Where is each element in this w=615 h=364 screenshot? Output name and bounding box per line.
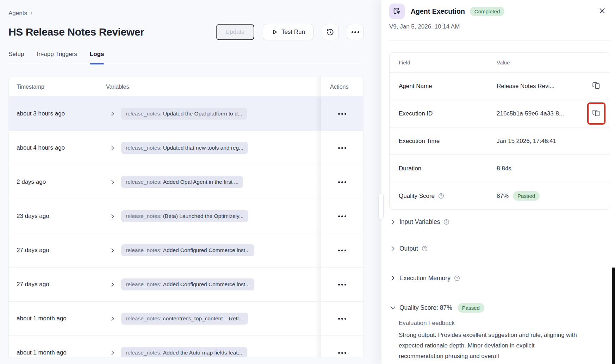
collapsible-section[interactable]: Output	[389, 241, 610, 256]
variable-key: release_notes:	[126, 179, 162, 185]
agent-execution-panel: Agent Execution Completed V9, Jan 5, 202…	[381, 0, 615, 364]
help-icon[interactable]	[443, 219, 450, 225]
row-timestamp: 23 days ago	[9, 213, 106, 220]
history-button[interactable]	[322, 24, 338, 40]
variable-pill: release_notes:(Beta) Launched the Optimi…	[121, 210, 248, 222]
copy-button[interactable]	[592, 108, 601, 119]
test-run-button[interactable]: Test Run	[263, 24, 313, 40]
page-title: HS Release Notes Reviewer	[8, 26, 144, 38]
tab-bar: Setup In-app Triggers Logs	[8, 51, 364, 64]
copy-button[interactable]	[592, 81, 601, 91]
agent-execution-icon	[389, 4, 405, 19]
quality-score-section[interactable]: Quality Score: 87% Passed	[389, 301, 610, 315]
evaluation-feedback-body: Strong output. Provides excellent sugges…	[399, 330, 580, 362]
help-icon[interactable]	[438, 193, 445, 199]
row-actions-button[interactable]	[338, 284, 346, 285]
panel-resize-handle[interactable]	[378, 193, 384, 219]
details-row: Duration 8.84s	[390, 155, 610, 182]
row-timestamp: 27 days ago	[9, 247, 106, 254]
version-timestamp: V9, Jan 5, 2026, 10:14 AM	[389, 23, 610, 30]
chevron-right-icon	[389, 245, 396, 252]
variable-value: contentrecs_top_content – Retr...	[163, 315, 243, 321]
chevron-right-icon[interactable]	[110, 282, 116, 288]
variable-value: Updated the Opal platform to d...	[163, 111, 242, 117]
chevron-right-icon	[389, 218, 396, 225]
chevron-right-icon[interactable]	[110, 145, 116, 151]
variable-key: release_notes:	[126, 111, 162, 117]
more-button[interactable]	[347, 24, 364, 40]
chevron-right-icon[interactable]	[110, 179, 116, 185]
copy-icon	[592, 108, 601, 119]
chevron-right-icon[interactable]	[110, 213, 116, 219]
row-actions-button[interactable]	[338, 318, 346, 320]
close-button[interactable]	[597, 6, 607, 17]
annotation-highlight	[587, 75, 605, 97]
variable-pill: release_notes:Added Configured Commerce …	[121, 278, 254, 290]
row-actions-button[interactable]	[338, 250, 346, 251]
table-row[interactable]: about 4 hours ago release_notes:Updated …	[9, 131, 363, 165]
column-header-actions: Actions	[321, 77, 363, 96]
update-button[interactable]: Update	[216, 24, 254, 40]
table-row[interactable]: about 3 hours ago release_notes:Updated …	[9, 97, 363, 131]
chevron-right-icon[interactable]	[110, 316, 116, 322]
table-row[interactable]: 27 days ago release_notes:Added Configur…	[9, 233, 363, 268]
variable-key: release_notes:	[126, 247, 162, 253]
section-label: Execution Memory	[399, 275, 451, 282]
toolbar: Update Test Run	[216, 24, 364, 40]
chevron-right-icon[interactable]	[110, 111, 116, 117]
row-timestamp: 27 days ago	[9, 281, 106, 288]
tab-logs[interactable]: Logs	[90, 51, 104, 64]
row-timestamp: about 1 month ago	[9, 315, 106, 322]
copy-icon	[592, 81, 601, 91]
variable-value: Added Configured Commerce inst...	[163, 281, 250, 287]
help-icon[interactable]	[454, 275, 460, 282]
annotation-highlight	[587, 102, 605, 125]
variable-value: Updated that new tools and reg...	[163, 145, 243, 151]
details-column-value: Value	[497, 59, 585, 65]
quality-passed-badge: Passed	[513, 191, 540, 201]
help-icon[interactable]	[421, 245, 428, 252]
play-icon	[271, 29, 278, 36]
field-value: 216c5b1a-59e6-4a33-8...	[497, 110, 564, 117]
row-actions-button[interactable]	[338, 113, 346, 115]
field-label: Quality Score	[399, 193, 435, 200]
details-row: Quality Score 87% Passed	[390, 182, 610, 209]
panel-title: Agent Execution	[411, 7, 465, 15]
variable-key: release_notes:	[126, 213, 162, 219]
scrollbar-thumb[interactable]	[612, 268, 615, 364]
field-label: Execution ID	[399, 110, 433, 117]
breadcrumb-agents-link[interactable]: Agents	[8, 10, 27, 17]
field-label: Agent Name	[399, 83, 432, 90]
collapsible-section[interactable]: Input Variables	[389, 215, 610, 229]
divider	[389, 40, 610, 40]
main-content: Agents / HS Release Notes Reviewer Updat…	[0, 0, 381, 364]
row-actions-button[interactable]	[338, 215, 346, 217]
variable-value: Added Opal Agent in the first ...	[163, 179, 239, 185]
variable-pill: release_notes:Added Opal Agent in the fi…	[121, 176, 243, 188]
history-icon	[326, 28, 334, 36]
table-row[interactable]: 27 days ago release_notes:Added Configur…	[9, 268, 363, 302]
breadcrumb-separator: /	[31, 10, 32, 17]
field-label: Execution Time	[399, 138, 440, 145]
table-row[interactable]: about 1 month ago release_notes:Added th…	[9, 336, 363, 357]
table-row[interactable]: 23 days ago release_notes:(Beta) Launche…	[9, 199, 363, 233]
tab-setup[interactable]: Setup	[8, 51, 24, 64]
collapsible-section[interactable]: Execution Memory	[389, 271, 610, 285]
chevron-right-icon[interactable]	[110, 350, 116, 356]
variable-key: release_notes:	[126, 281, 162, 287]
chevron-right-icon[interactable]	[110, 247, 116, 253]
field-value: 87%	[497, 193, 509, 200]
table-row[interactable]: about 1 month ago release_notes:contentr…	[9, 302, 363, 336]
details-row: Execution ID 216c5b1a-59e6-4a33-8...	[390, 100, 610, 127]
variable-value: (Beta) Launched the Optimizely...	[163, 213, 244, 219]
tab-in-app-triggers[interactable]: In-app Triggers	[37, 51, 77, 64]
status-badge: Completed	[470, 7, 505, 16]
row-actions-button[interactable]	[338, 147, 346, 149]
row-actions-button[interactable]	[338, 181, 346, 183]
variable-pill: release_notes:Updated the Opal platform …	[121, 108, 247, 120]
evaluation-feedback-title: Evaluation Feedback	[399, 320, 610, 327]
variable-key: release_notes:	[126, 350, 162, 356]
chevron-right-icon	[389, 275, 396, 282]
row-actions-button[interactable]	[338, 352, 346, 354]
table-row[interactable]: 2 days ago release_notes:Added Opal Agen…	[9, 165, 363, 199]
